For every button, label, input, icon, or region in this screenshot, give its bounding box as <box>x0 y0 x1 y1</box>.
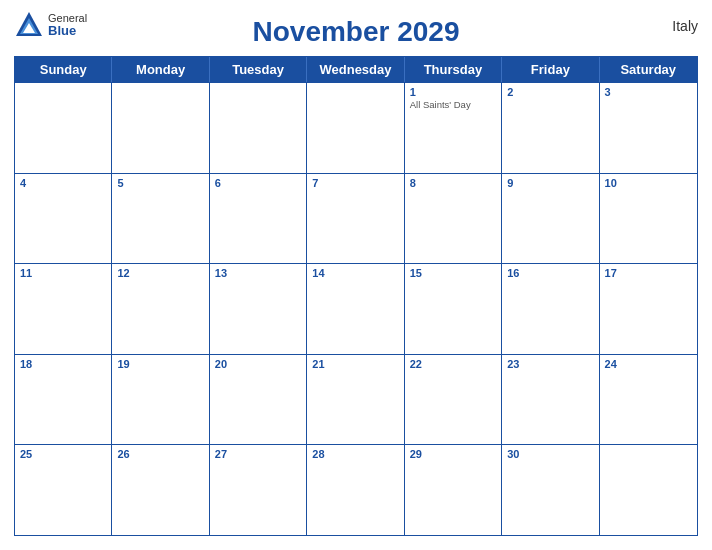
day-number: 26 <box>117 448 203 460</box>
day-cell-w3-d2: 12 <box>112 264 209 354</box>
day-cell-w2-d2: 5 <box>112 174 209 264</box>
day-number: 30 <box>507 448 593 460</box>
day-headers: Sunday Monday Tuesday Wednesday Thursday… <box>15 57 697 82</box>
logo-blue-label: Blue <box>48 24 87 38</box>
day-cell-w2-d7: 10 <box>600 174 697 264</box>
country-label: Italy <box>672 18 698 34</box>
day-cell-w4-d2: 19 <box>112 355 209 445</box>
logo: General Blue <box>14 10 87 40</box>
week-row-1: 1All Saints' Day23 <box>15 82 697 173</box>
day-number: 9 <box>507 177 593 189</box>
calendar-header: General Blue November 2029 Italy <box>14 10 698 56</box>
day-cell-w2-d1: 4 <box>15 174 112 264</box>
day-number: 24 <box>605 358 692 370</box>
day-number: 19 <box>117 358 203 370</box>
day-cell-w4-d5: 22 <box>405 355 502 445</box>
day-cell-w3-d7: 17 <box>600 264 697 354</box>
day-number: 14 <box>312 267 398 279</box>
day-cell-w5-d7 <box>600 445 697 535</box>
day-number: 2 <box>507 86 593 98</box>
header-wednesday: Wednesday <box>307 57 404 82</box>
day-cell-w4-d6: 23 <box>502 355 599 445</box>
day-number: 10 <box>605 177 692 189</box>
week-row-5: 252627282930 <box>15 444 697 535</box>
day-cell-w4-d7: 24 <box>600 355 697 445</box>
day-cell-w1-d6: 2 <box>502 83 599 173</box>
day-number: 3 <box>605 86 692 98</box>
logo-text: General Blue <box>48 12 87 38</box>
day-cell-w5-d5: 29 <box>405 445 502 535</box>
day-cell-w1-d4 <box>307 83 404 173</box>
header-sunday: Sunday <box>15 57 112 82</box>
day-number: 15 <box>410 267 496 279</box>
day-cell-w4-d3: 20 <box>210 355 307 445</box>
day-cell-w2-d5: 8 <box>405 174 502 264</box>
day-number: 4 <box>20 177 106 189</box>
day-cell-w1-d3 <box>210 83 307 173</box>
day-cell-w1-d2 <box>112 83 209 173</box>
day-cell-w5-d2: 26 <box>112 445 209 535</box>
calendar-grid: Sunday Monday Tuesday Wednesday Thursday… <box>14 56 698 536</box>
day-cell-w3-d6: 16 <box>502 264 599 354</box>
day-number: 18 <box>20 358 106 370</box>
day-number: 5 <box>117 177 203 189</box>
header-monday: Monday <box>112 57 209 82</box>
day-cell-w1-d1 <box>15 83 112 173</box>
day-number: 12 <box>117 267 203 279</box>
day-cell-w3-d1: 11 <box>15 264 112 354</box>
week-row-3: 11121314151617 <box>15 263 697 354</box>
day-number: 1 <box>410 86 496 98</box>
day-cell-w5-d3: 27 <box>210 445 307 535</box>
day-cell-w3-d5: 15 <box>405 264 502 354</box>
header-saturday: Saturday <box>600 57 697 82</box>
day-cell-w3-d3: 13 <box>210 264 307 354</box>
day-cell-w1-d7: 3 <box>600 83 697 173</box>
week-row-4: 18192021222324 <box>15 354 697 445</box>
day-number: 23 <box>507 358 593 370</box>
weeks-container: 1All Saints' Day234567891011121314151617… <box>15 82 697 535</box>
day-number: 6 <box>215 177 301 189</box>
day-number: 27 <box>215 448 301 460</box>
day-number: 8 <box>410 177 496 189</box>
day-number: 17 <box>605 267 692 279</box>
day-cell-w5-d4: 28 <box>307 445 404 535</box>
day-number: 16 <box>507 267 593 279</box>
day-number: 7 <box>312 177 398 189</box>
day-number: 25 <box>20 448 106 460</box>
day-cell-w2-d6: 9 <box>502 174 599 264</box>
calendar-container: General Blue November 2029 Italy Sunday … <box>0 0 712 550</box>
holiday-label: All Saints' Day <box>410 99 496 110</box>
day-cell-w4-d1: 18 <box>15 355 112 445</box>
day-number: 20 <box>215 358 301 370</box>
day-cell-w1-d5: 1All Saints' Day <box>405 83 502 173</box>
logo-icon <box>14 10 44 40</box>
day-cell-w5-d1: 25 <box>15 445 112 535</box>
header-thursday: Thursday <box>405 57 502 82</box>
day-cell-w3-d4: 14 <box>307 264 404 354</box>
header-tuesday: Tuesday <box>210 57 307 82</box>
day-cell-w2-d3: 6 <box>210 174 307 264</box>
header-friday: Friday <box>502 57 599 82</box>
month-title: November 2029 <box>252 16 459 48</box>
day-cell-w2-d4: 7 <box>307 174 404 264</box>
week-row-2: 45678910 <box>15 173 697 264</box>
day-number: 21 <box>312 358 398 370</box>
day-number: 11 <box>20 267 106 279</box>
day-number: 22 <box>410 358 496 370</box>
day-number: 28 <box>312 448 398 460</box>
day-number: 13 <box>215 267 301 279</box>
day-number: 29 <box>410 448 496 460</box>
day-cell-w4-d4: 21 <box>307 355 404 445</box>
day-cell-w5-d6: 30 <box>502 445 599 535</box>
